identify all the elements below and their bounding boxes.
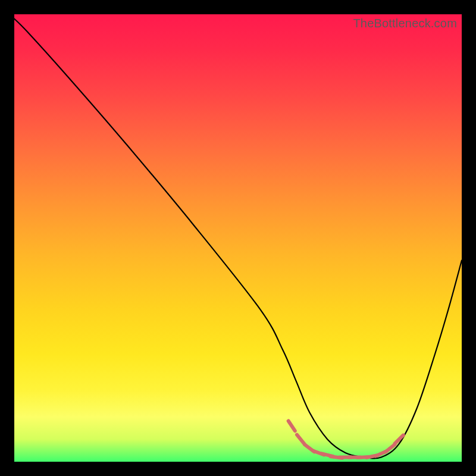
svg-line-11 <box>386 444 395 452</box>
svg-line-12 <box>395 435 403 443</box>
optimal-zone-marks <box>14 14 462 462</box>
chart-plot-area: TheBottleneck.com <box>14 14 462 462</box>
watermark-text: TheBottleneck.com <box>353 17 457 30</box>
svg-line-0 <box>289 421 295 431</box>
svg-line-1 <box>297 435 304 444</box>
